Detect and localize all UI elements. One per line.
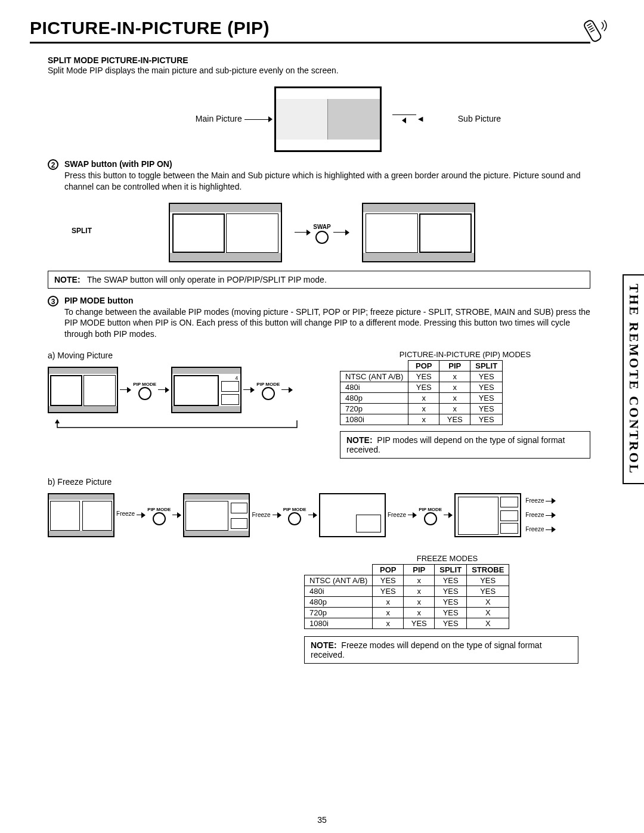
swap-button-icon [315, 231, 329, 244]
sub-picture-label: Sub Picture [458, 114, 501, 123]
swap-note: NOTE: The SWAP button will only operate … [48, 271, 590, 289]
split-mode-heading: SPLIT MODE PICTURE-IN-PICTURE [48, 55, 590, 65]
split-mode-body: Split Mode PIP displays the main picture… [48, 65, 590, 76]
freeze-picture-diagram: Freeze PIP MODE Freeze PIP MODE Freeze P… [48, 493, 590, 537]
page-number: 35 [0, 815, 644, 825]
swap-button-label: SWAP [313, 224, 330, 230]
pipmode-button-icon [262, 387, 275, 400]
svg-marker-5 [55, 419, 60, 423]
pip-modes-table: POPPIPSPLIT NTSC (ANT A/B)YESxYES 480iYE… [340, 360, 503, 425]
moving-picture-diagram: PIP MODE 4 PIP MODE [48, 367, 303, 413]
swap-body: Press this button to toggle between the … [64, 170, 590, 191]
freeze-table-title: FREEZE MODES [304, 554, 590, 563]
split-label: SPLIT [72, 227, 92, 235]
step-number-2: 2 [48, 159, 58, 170]
pip-table-title: PICTURE-IN-PICTURE (PIP) MODES [340, 350, 590, 359]
pipmode-body: To change between the available PIP mode… [64, 306, 590, 339]
pipmode-button-icon [138, 387, 151, 400]
pipmode-heading: PIP MODE button [64, 296, 134, 305]
pip-table-note: NOTE: PIP modes will depend on the type … [340, 431, 590, 459]
split-mode-diagram: Main Picture ◄ Sub Picture [30, 86, 614, 152]
step-number-3: 3 [48, 296, 58, 306]
freeze-table-note: NOTE: Freeze modes will depend on the ty… [304, 636, 578, 664]
swap-diagram: SPLIT SWAP [30, 203, 614, 262]
loop-arrow [52, 419, 303, 436]
swap-heading: SWAP button (with PIP ON) [64, 159, 172, 169]
freeze-modes-table: POPPIPSPLITSTROBE NTSC (ANT A/B)YESxYESY… [304, 564, 509, 629]
main-picture-label: Main Picture [196, 114, 242, 123]
page-title: PICTURE-IN-PICTURE (PIP) [30, 18, 590, 44]
moving-picture-label: a) Moving Picture [48, 350, 303, 361]
freeze-picture-label: b) Freeze Picture [48, 476, 590, 487]
